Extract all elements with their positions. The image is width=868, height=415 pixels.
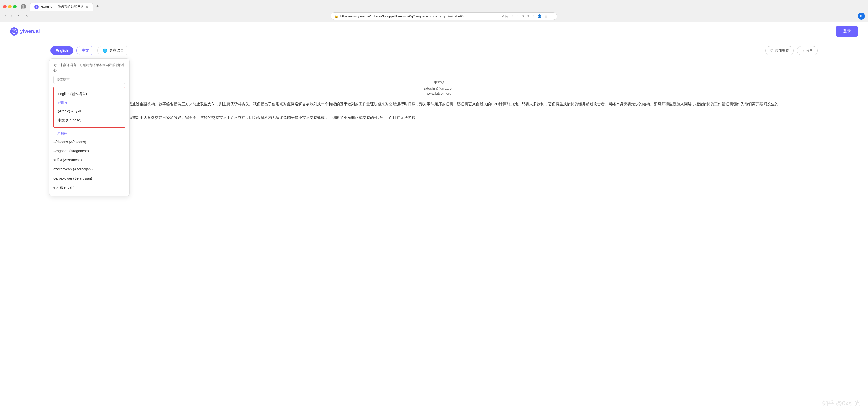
belarusian-lang-item[interactable]: беларуская (Belarusian) <box>53 174 125 183</box>
globe-icon: 🌐 <box>103 48 107 53</box>
afrikaans-lang-item[interactable]: Afrikaans (Afrikaans) <box>53 137 125 146</box>
article-title: 电子现金系统 <box>60 65 818 76</box>
action-buttons: ♡ 添加书签 ▷ 分享 <box>765 46 818 55</box>
azerbaijani-lang-item[interactable]: azərbaycan (Azerbaijani) <box>53 165 125 174</box>
header-right: 登录 <box>836 26 858 36</box>
traffic-lights <box>3 5 17 8</box>
untranslated-lang-list: Afrikaans (Afrikaans) Aragonés (Aragones… <box>53 137 125 192</box>
user-avatar <box>21 4 26 9</box>
play-icon: ▷ <box>802 49 804 53</box>
highlighted-languages-box: English (创作语言) 已翻译 (Arabic) العربية 中文 (… <box>53 87 125 128</box>
language-bar: English 中文 🌐 更多语言 ♡ 添加书签 ▷ 分享 对于未翻译语言，可创… <box>0 41 868 60</box>
more-icon[interactable]: … <box>550 14 553 18</box>
arabic-lang-item[interactable]: (Arabic) العربية <box>54 107 125 116</box>
maximize-traffic-light[interactable] <box>13 5 17 8</box>
svg-point-1 <box>22 7 25 9</box>
language-search-input[interactable] <box>53 76 125 84</box>
bookmark-label: 添加书签 <box>775 48 789 53</box>
article-body: 在线支付直接从一方发送到另一方，而无需通过金融机构。数字签名提供三方来防止双重支… <box>60 100 818 121</box>
tabs-row: Y Yiwen AI — 跨语言的知识网络 × + <box>30 2 102 11</box>
url-text: https://www.yiwen.ai/pub/cka3pcqpps8krmr… <box>340 14 500 18</box>
minimize-traffic-light[interactable] <box>8 5 11 8</box>
extensions-icon: ⊞ <box>544 14 547 18</box>
bookmark2-icon: ☆ <box>532 14 535 18</box>
paragraph-2: 第三方处理电子支付的金融机构。尽管该系统对于大多数交易已经足够好。完全不可逆转的… <box>60 114 818 121</box>
untranslated-section-label: 未翻译 <box>53 130 125 137</box>
aragonese-lang-item[interactable]: Aragonés (Aragonese) <box>53 146 125 155</box>
heart-icon: ♡ <box>770 49 773 53</box>
tab-favicon: Y <box>34 5 38 9</box>
star-icon[interactable]: ☆ <box>510 14 514 18</box>
logo-text: yiwen.ai <box>20 28 40 34</box>
title-bar: Y Yiwen AI — 跨语言的知识网络 × + <box>0 0 868 11</box>
original-language-item[interactable]: English (创作语言) <box>54 89 125 99</box>
logo-icon <box>10 27 18 35</box>
language-dropdown-panel: 对于未翻译语言，可创建翻译版本到自己的创作中心 English (创作语言) 已… <box>49 58 130 197</box>
edge-copilot-button[interactable]: B <box>858 12 865 20</box>
browser-chrome: Y Yiwen AI — 跨语言的知识网络 × + ‹ › ↻ ⌂ 🔒 http… <box>0 0 868 22</box>
logo: yiwen.ai <box>10 27 40 35</box>
more-langs-button[interactable]: 🌐 更多语言 <box>97 46 129 55</box>
svg-point-0 <box>22 5 24 7</box>
site-header: yiwen.ai 登录 <box>0 22 868 41</box>
svg-point-2 <box>12 29 17 34</box>
tab-close-button[interactable]: × <box>85 5 88 9</box>
more-langs-label: 更多语言 <box>109 48 124 53</box>
english-lang-button[interactable]: English <box>50 46 73 55</box>
address-bar[interactable]: 🔒 https://www.yiwen.ai/pub/cka3pcqpps8kr… <box>331 12 557 20</box>
author-website: www.bitcoin.org <box>60 91 818 95</box>
profile-icon: 👤 <box>537 14 542 18</box>
bengali-lang-item[interactable]: বাংলা (Bengali) <box>53 183 125 192</box>
close-traffic-light[interactable] <box>3 5 6 8</box>
paragraph-1: 在线支付直接从一方发送到另一方，而无需通过金融机构。数字签名提供三方来防止双重支… <box>60 100 818 107</box>
sync-icon: ↻ <box>521 14 524 18</box>
refresh-button[interactable]: ↻ <box>16 13 22 20</box>
translated-section-label: 已翻译 <box>54 99 125 107</box>
chinese-lang-item[interactable]: 中文 (Chinese) <box>54 116 125 125</box>
author-name: 中本聪 <box>60 80 818 85</box>
read-icon: Aあ <box>502 14 508 19</box>
share-button[interactable]: ▷ 分享 <box>797 46 818 55</box>
page: yiwen.ai 登录 English 中文 🌐 更多语言 ♡ 添加书签 ▷ 分… <box>0 22 868 415</box>
new-tab-button[interactable]: + <box>93 2 102 11</box>
dropdown-description: 对于未翻译语言，可创建翻译版本到自己的创作中心 <box>53 63 125 72</box>
share-label: 分享 <box>806 48 813 53</box>
assamese-lang-item[interactable]: অসমীয়া (Assamese) <box>53 155 125 165</box>
copy-icon: ⧉ <box>527 14 529 19</box>
bookmark-button[interactable]: ♡ 添加书签 <box>765 46 794 55</box>
chinese-lang-button[interactable]: 中文 <box>76 46 94 55</box>
author-email: satoshin@gmx.com <box>60 86 818 90</box>
address-icons: Aあ ☆ ○ ↻ ⧉ ☆ 👤 ⊞ … <box>502 14 553 19</box>
loop-icon: ○ <box>516 14 518 18</box>
forward-button[interactable]: › <box>9 13 13 20</box>
tab-title: Yiwen AI — 跨语言的知识网络 <box>40 4 84 9</box>
login-button[interactable]: 登录 <box>836 26 858 36</box>
main-content: 电子现金系统 中本聪 satoshin@gmx.com www.bitcoin.… <box>0 60 868 121</box>
home-button[interactable]: ⌂ <box>24 13 30 20</box>
browser-tab[interactable]: Y Yiwen AI — 跨语言的知识网络 × <box>30 2 93 11</box>
back-button[interactable]: ‹ <box>3 13 7 20</box>
article-content: 电子现金系统 中本聪 satoshin@gmx.com www.bitcoin.… <box>50 60 818 121</box>
address-row: ‹ › ↻ ⌂ 🔒 https://www.yiwen.ai/pub/cka3p… <box>0 11 868 22</box>
